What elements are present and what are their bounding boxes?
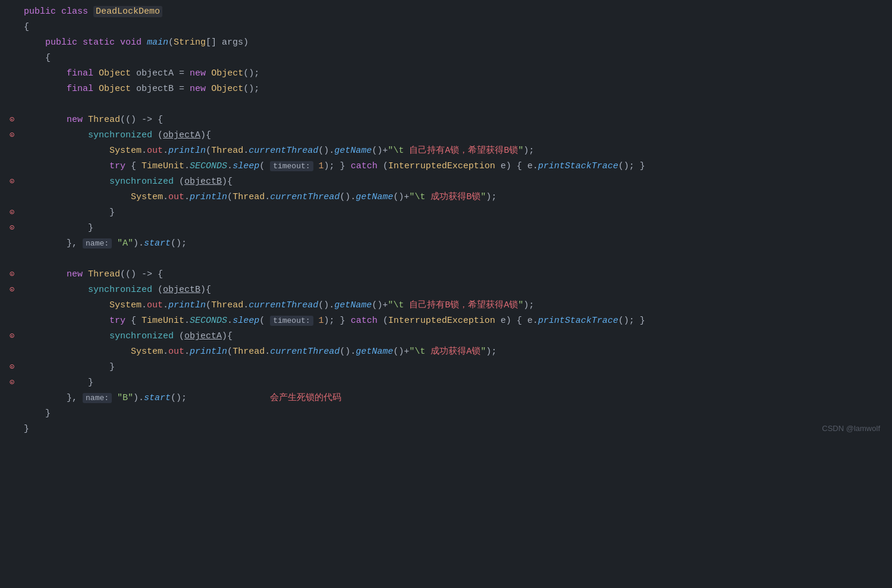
code-line-25: } xyxy=(24,376,882,390)
gutter-25: ⊙ xyxy=(5,376,19,389)
line-2: { xyxy=(0,20,892,36)
gutter-24: ⊙ xyxy=(5,360,19,373)
line-17 xyxy=(0,252,892,268)
code-line-27: } xyxy=(24,407,882,421)
code-line-22: synchronized (objectA){ xyxy=(24,329,882,344)
code-line-20: System.out.println(Thread.currentThread(… xyxy=(24,298,882,313)
line-27: } xyxy=(0,407,892,422)
line-24: ⊙ } xyxy=(0,360,892,376)
code-line-24: } xyxy=(24,360,882,375)
code-line-15: } xyxy=(24,221,882,235)
line-21: try { TimeUnit.SECONDS.sleep( timeout: 1… xyxy=(0,314,892,329)
code-line-1: public class DeadLockDemo xyxy=(24,5,882,19)
line-1: public class DeadLockDemo xyxy=(0,5,892,20)
code-line-2: { xyxy=(24,20,882,34)
line-9: ⊙ synchronized (objectA){ xyxy=(0,128,892,144)
line-23: System.out.println(Thread.currentThread(… xyxy=(0,345,892,360)
line-28: } xyxy=(0,422,892,438)
line-8: ⊙ new Thread(() -> { xyxy=(0,113,892,128)
gutter-18: ⊙ xyxy=(5,268,19,281)
code-line-18: new Thread(() -> { xyxy=(24,268,882,282)
gutter-19: ⊙ xyxy=(5,283,19,296)
line-12: ⊙ synchronized (objectB){ xyxy=(0,175,892,190)
line-11: try { TimeUnit.SECONDS.sleep( timeout: 1… xyxy=(0,159,892,175)
line-7 xyxy=(0,98,892,113)
line-4: { xyxy=(0,51,892,67)
line-5: final Object objectA = new Object(); xyxy=(0,67,892,82)
code-line-16: }, name: "A").start(); xyxy=(24,237,882,251)
line-6: final Object objectB = new Object(); xyxy=(0,82,892,98)
line-16: }, name: "A").start(); xyxy=(0,237,892,252)
watermark: CSDN @lamwolf xyxy=(822,423,880,435)
code-line-19: synchronized (objectB){ xyxy=(24,283,882,297)
code-line-7 xyxy=(24,98,882,112)
gutter-8: ⊙ xyxy=(5,113,19,126)
line-20: System.out.println(Thread.currentThread(… xyxy=(0,298,892,314)
code-line-26: }, name: "B").start();会产生死锁的代码 xyxy=(24,391,882,405)
line-26: }, name: "B").start();会产生死锁的代码 xyxy=(0,391,892,407)
line-18: ⊙ new Thread(() -> { xyxy=(0,268,892,283)
code-line-10: System.out.println(Thread.currentThread(… xyxy=(24,144,882,158)
code-line-12: synchronized (objectB){ xyxy=(24,175,882,189)
gutter-22: ⊙ xyxy=(5,329,19,342)
gutter-14: ⊙ xyxy=(5,206,19,219)
code-line-17 xyxy=(24,252,882,266)
line-22: ⊙ synchronized (objectA){ xyxy=(0,329,892,345)
code-line-4: { xyxy=(24,51,882,65)
line-19: ⊙ synchronized (objectB){ xyxy=(0,283,892,298)
code-line-23: System.out.println(Thread.currentThread(… xyxy=(24,345,882,359)
line-14: ⊙ } xyxy=(0,206,892,221)
code-line-14: } xyxy=(24,206,882,220)
code-line-8: new Thread(() -> { xyxy=(24,113,882,127)
code-line-21: try { TimeUnit.SECONDS.sleep( timeout: 1… xyxy=(24,314,882,328)
code-line-13: System.out.println(Thread.currentThread(… xyxy=(24,190,882,205)
gutter-15: ⊙ xyxy=(5,221,19,234)
line-3: public static void main(String[] args) xyxy=(0,36,892,51)
line-25: ⊙ } xyxy=(0,376,892,391)
code-editor: public class DeadLockDemo { public stati… xyxy=(0,0,892,442)
code-line-11: try { TimeUnit.SECONDS.sleep( timeout: 1… xyxy=(24,159,882,174)
line-10: System.out.println(Thread.currentThread(… xyxy=(0,144,892,159)
class-name-highlight: DeadLockDemo xyxy=(93,6,162,17)
code-line-5: final Object objectA = new Object(); xyxy=(24,67,882,81)
code-line-9: synchronized (objectA){ xyxy=(24,128,882,143)
gutter-12: ⊙ xyxy=(5,175,19,188)
line-13: System.out.println(Thread.currentThread(… xyxy=(0,190,892,206)
line-15: ⊙ } xyxy=(0,221,892,237)
code-line-3: public static void main(String[] args) xyxy=(24,36,882,50)
code-line-28: } xyxy=(24,422,882,436)
code-line-6: final Object objectB = new Object(); xyxy=(24,82,882,96)
gutter-9: ⊙ xyxy=(5,128,19,142)
